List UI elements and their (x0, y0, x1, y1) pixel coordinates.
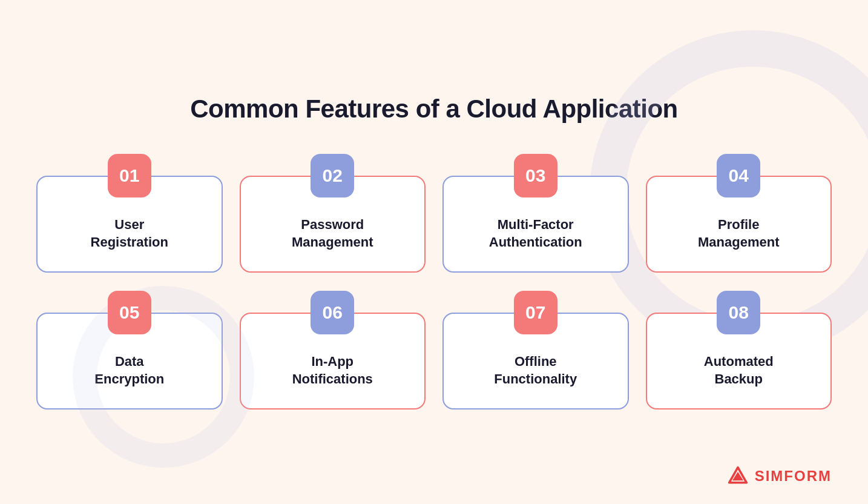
feature-card-03: 03Multi-Factor Authentication (442, 154, 629, 273)
card-label-04: Profile Management (698, 216, 779, 251)
badge-03: 03 (514, 154, 557, 197)
card-label-05: Data Encryption (94, 353, 164, 388)
badge-06: 06 (311, 291, 354, 334)
simform-logo-icon (727, 465, 749, 487)
page-title: Common Features of a Cloud Application (190, 94, 677, 124)
feature-card-01: 01User Registration (36, 154, 223, 273)
feature-card-08: 08Automated Backup (646, 291, 832, 409)
feature-card-07: 07Offline Functionality (442, 291, 629, 409)
badge-05: 05 (108, 291, 151, 334)
feature-card-06: 06In-App Notifications (240, 291, 426, 409)
feature-card-02: 02Password Management (240, 154, 426, 273)
badge-07: 07 (514, 291, 557, 334)
card-label-01: User Registration (91, 216, 168, 251)
card-label-03: Multi-Factor Authentication (489, 216, 582, 251)
feature-card-04: 04Profile Management (646, 154, 832, 273)
logo: SIMFORM (727, 465, 832, 487)
card-label-08: Automated Backup (704, 353, 774, 388)
card-label-06: In-App Notifications (292, 353, 373, 388)
features-grid: 01User Registration02Password Management… (36, 154, 832, 409)
feature-card-05: 05Data Encryption (36, 291, 223, 409)
badge-04: 04 (717, 154, 760, 197)
card-label-07: Offline Functionality (494, 353, 577, 388)
simform-logo-text: SIMFORM (755, 468, 832, 485)
badge-08: 08 (717, 291, 760, 334)
badge-01: 01 (108, 154, 151, 197)
badge-02: 02 (311, 154, 354, 197)
card-label-02: Password Management (292, 216, 373, 251)
